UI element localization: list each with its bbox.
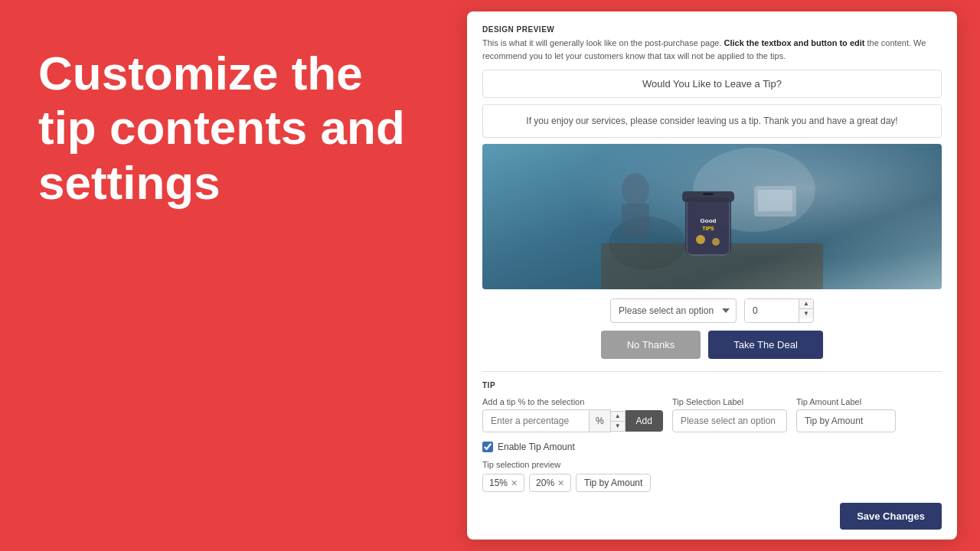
tip-amount-label: Tip Amount Label — [796, 397, 896, 406]
right-panel: DESIGN PREVIEW This is what it will gene… — [444, 0, 980, 551]
tip-pct-suffix: % — [590, 409, 611, 432]
tip-image-placeholder: Good TIPS — [482, 144, 942, 289]
tip-section-label: TIP — [482, 381, 942, 390]
design-preview-label: DESIGN PREVIEW — [482, 25, 942, 34]
design-preview-desc: This is what it will generally look like… — [482, 37, 942, 62]
tip-controls-row: Please select an option ▲ ▼ — [482, 298, 942, 323]
add-tip-button[interactable]: Add — [626, 410, 663, 432]
tip-title-input[interactable]: Would You Like to Leave a Tip? — [482, 70, 942, 98]
tip-pct-spinners: ▲ ▼ — [611, 411, 626, 432]
add-tip-label: Add a tip % to the selection — [482, 397, 663, 406]
tip-selection-label: Tip Selection Label — [672, 397, 787, 406]
spinner-down[interactable]: ▼ — [799, 309, 813, 318]
take-deal-button[interactable]: Take The Deal — [708, 331, 823, 359]
tip-number-input[interactable] — [745, 299, 799, 322]
svg-text:TIPS: TIPS — [702, 226, 714, 231]
svg-rect-12 — [622, 204, 649, 238]
left-panel: Customize the tip contents and settings — [0, 0, 444, 551]
tip-settings-row: Add a tip % to the selection % ▲ ▼ Add T… — [482, 397, 942, 432]
enable-tip-checkbox[interactable] — [482, 442, 493, 452]
tip-action-row: No Thanks Take The Deal — [482, 331, 942, 359]
tip-select-dropdown[interactable]: Please select an option — [610, 298, 737, 323]
svg-rect-14 — [758, 190, 792, 211]
tip-pct-input[interactable] — [482, 409, 590, 432]
tip-selection-field-group: Tip Selection Label — [672, 397, 787, 432]
svg-point-9 — [696, 235, 705, 244]
save-row: Save Changes — [482, 503, 942, 530]
tag-15-close[interactable]: ✕ — [511, 479, 518, 487]
section-divider — [482, 371, 942, 372]
tip-amount-field-group: Tip Amount Label — [796, 397, 896, 432]
preview-desc-bold: Click the textbox and button to edit — [724, 38, 865, 47]
tag-20-text: 20% — [536, 478, 554, 488]
enable-tip-label[interactable]: Enable Tip Amount — [498, 442, 575, 452]
number-spinners: ▲ ▼ — [799, 299, 813, 322]
no-thanks-button[interactable]: No Thanks — [601, 331, 701, 359]
add-tip-field-group: Add a tip % to the selection % ▲ ▼ Add — [482, 397, 663, 432]
tip-image: Good TIPS — [482, 144, 942, 289]
save-changes-button[interactable]: Save Changes — [840, 503, 942, 530]
preview-desc-plain: This is what it will generally look like… — [482, 38, 721, 47]
svg-rect-6 — [703, 193, 714, 195]
tip-desc-input[interactable]: If you enjoy our services, please consid… — [482, 104, 942, 138]
tag-20-pct: 20% ✕ — [529, 474, 571, 492]
tip-tags-row: 15% ✕ 20% ✕ Tip by Amount — [482, 474, 942, 492]
svg-text:Good: Good — [701, 217, 717, 224]
number-input-wrap: ▲ ▼ — [744, 298, 814, 323]
spinner-up[interactable]: ▲ — [799, 299, 813, 309]
tip-selection-input[interactable] — [672, 409, 787, 432]
tag-15-text: 15% — [489, 478, 508, 488]
design-card: DESIGN PREVIEW This is what it will gene… — [467, 11, 957, 540]
tag-20-close[interactable]: ✕ — [557, 479, 564, 487]
tip-pct-down[interactable]: ▼ — [611, 422, 625, 431]
tip-preview-label: Tip selection preview — [482, 460, 942, 469]
svg-point-10 — [712, 238, 720, 246]
tip-pct-row: % ▲ ▼ Add — [482, 409, 663, 432]
tip-pct-up[interactable]: ▲ — [611, 412, 625, 422]
enable-tip-row: Enable Tip Amount — [482, 442, 942, 452]
tag-15-pct: 15% ✕ — [482, 474, 524, 492]
svg-point-11 — [622, 173, 649, 207]
headline: Customize the tip contents and settings — [38, 46, 406, 210]
tip-amount-input[interactable] — [796, 409, 896, 432]
tag-by-amount: Tip by Amount — [576, 474, 651, 492]
